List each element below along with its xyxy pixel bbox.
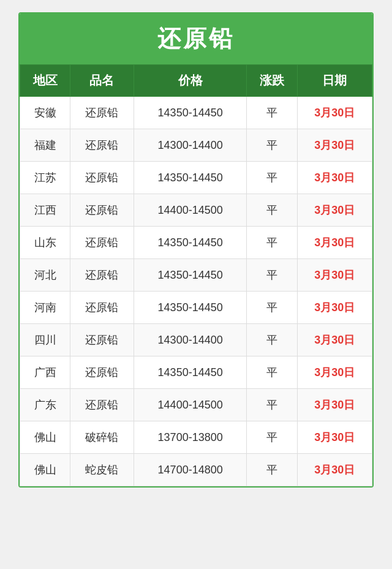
cell-change: 平 xyxy=(247,194,297,227)
cell-product: 还原铅 xyxy=(70,259,134,292)
main-card: 还原铅 地区 品名 价格 涨跌 日期 安徽还原铅14350-14450平3月30… xyxy=(18,12,374,488)
cell-change: 平 xyxy=(247,162,297,194)
cell-price: 14350-14450 xyxy=(134,292,247,324)
cell-date: 3月30日 xyxy=(297,389,372,421)
col-region: 地区 xyxy=(20,65,70,97)
table-row: 河北还原铅14350-14450平3月30日 xyxy=(20,259,372,292)
cell-region: 河北 xyxy=(20,259,70,292)
cell-price: 14350-14450 xyxy=(134,162,247,194)
cell-region: 江西 xyxy=(20,194,70,227)
table-row: 广西还原铅14350-14450平3月30日 xyxy=(20,356,372,389)
cell-date: 3月30日 xyxy=(297,421,372,454)
cell-change: 平 xyxy=(247,389,297,421)
page-title: 还原铅 xyxy=(157,26,235,51)
cell-product: 还原铅 xyxy=(70,292,134,324)
cell-price: 14350-14450 xyxy=(134,259,247,292)
cell-region: 河南 xyxy=(20,292,70,324)
cell-price: 14700-14800 xyxy=(134,454,247,486)
cell-date: 3月30日 xyxy=(297,97,372,129)
table-row: 佛山破碎铅13700-13800平3月30日 xyxy=(20,421,372,454)
cell-region: 广西 xyxy=(20,356,70,389)
cell-price: 14300-14400 xyxy=(134,129,247,162)
price-table: 地区 品名 价格 涨跌 日期 安徽还原铅14350-14450平3月30日福建还… xyxy=(20,64,372,486)
cell-date: 3月30日 xyxy=(297,194,372,227)
cell-product: 还原铅 xyxy=(70,97,134,129)
cell-product: 还原铅 xyxy=(70,194,134,227)
cell-region: 佛山 xyxy=(20,454,70,486)
cell-region: 安徽 xyxy=(20,97,70,129)
cell-region: 山东 xyxy=(20,227,70,259)
cell-change: 平 xyxy=(247,259,297,292)
cell-product: 还原铅 xyxy=(70,324,134,356)
cell-date: 3月30日 xyxy=(297,162,372,194)
cell-product: 还原铅 xyxy=(70,356,134,389)
col-change: 涨跌 xyxy=(247,65,297,97)
cell-change: 平 xyxy=(247,292,297,324)
cell-price: 14400-14500 xyxy=(134,389,247,421)
cell-product: 还原铅 xyxy=(70,129,134,162)
cell-date: 3月30日 xyxy=(297,324,372,356)
cell-change: 平 xyxy=(247,129,297,162)
cell-date: 3月30日 xyxy=(297,356,372,389)
cell-change: 平 xyxy=(247,356,297,389)
table-row: 安徽还原铅14350-14450平3月30日 xyxy=(20,97,372,129)
cell-change: 平 xyxy=(247,227,297,259)
table-row: 广东还原铅14400-14500平3月30日 xyxy=(20,389,372,421)
cell-date: 3月30日 xyxy=(297,259,372,292)
table-row: 江苏还原铅14350-14450平3月30日 xyxy=(20,162,372,194)
cell-price: 14350-14450 xyxy=(134,97,247,129)
cell-price: 14300-14400 xyxy=(134,324,247,356)
cell-change: 平 xyxy=(247,324,297,356)
cell-region: 福建 xyxy=(20,129,70,162)
table-row: 山东还原铅14350-14450平3月30日 xyxy=(20,227,372,259)
col-date: 日期 xyxy=(297,65,372,97)
table-row: 江西还原铅14400-14500平3月30日 xyxy=(20,194,372,227)
cell-product: 蛇皮铅 xyxy=(70,454,134,486)
table-row: 佛山蛇皮铅14700-14800平3月30日 xyxy=(20,454,372,486)
col-product: 品名 xyxy=(70,65,134,97)
cell-product: 还原铅 xyxy=(70,389,134,421)
cell-change: 平 xyxy=(247,97,297,129)
cell-price: 14350-14450 xyxy=(134,356,247,389)
cell-date: 3月30日 xyxy=(297,227,372,259)
cell-date: 3月30日 xyxy=(297,292,372,324)
cell-change: 平 xyxy=(247,454,297,486)
cell-date: 3月30日 xyxy=(297,129,372,162)
table-row: 河南还原铅14350-14450平3月30日 xyxy=(20,292,372,324)
cell-price: 14350-14450 xyxy=(134,227,247,259)
table-row: 四川还原铅14300-14400平3月30日 xyxy=(20,324,372,356)
table-row: 福建还原铅14300-14400平3月30日 xyxy=(20,129,372,162)
cell-date: 3月30日 xyxy=(297,454,372,486)
cell-price: 13700-13800 xyxy=(134,421,247,454)
cell-region: 江苏 xyxy=(20,162,70,194)
cell-product: 破碎铅 xyxy=(70,421,134,454)
table-header-row: 地区 品名 价格 涨跌 日期 xyxy=(20,65,372,97)
cell-region: 广东 xyxy=(20,389,70,421)
cell-product: 还原铅 xyxy=(70,162,134,194)
cell-region: 四川 xyxy=(20,324,70,356)
cell-product: 还原铅 xyxy=(70,227,134,259)
cell-change: 平 xyxy=(247,421,297,454)
cell-price: 14400-14500 xyxy=(134,194,247,227)
title-bar: 还原铅 xyxy=(20,13,372,64)
cell-region: 佛山 xyxy=(20,421,70,454)
col-price: 价格 xyxy=(134,65,247,97)
